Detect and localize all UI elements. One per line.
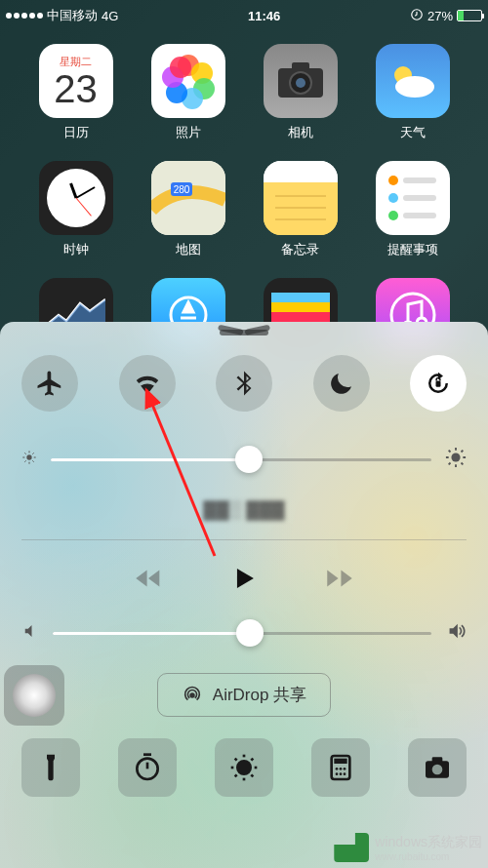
- timer-icon: [132, 752, 163, 783]
- svg-rect-4: [292, 62, 309, 70]
- control-center[interactable]: ▓▓░ ▓▓▓ AirDrop 共享: [0, 322, 488, 868]
- svg-line-34: [24, 453, 25, 454]
- flashlight-button[interactable]: [21, 738, 80, 797]
- night-shift-button[interactable]: [215, 738, 273, 797]
- weather-icon: [376, 44, 450, 118]
- next-track-button[interactable]: [323, 562, 356, 599]
- home-screen-apps: 星期二 23 日历 照片 相机 天气: [0, 44, 488, 352]
- orientation-lock-toggle[interactable]: [410, 355, 467, 412]
- watermark-logo-icon: [334, 833, 369, 862]
- svg-point-6: [395, 76, 434, 98]
- orientation-lock-icon: [424, 369, 453, 398]
- camera-icon: [422, 752, 453, 783]
- orientation-lock-status-icon: [410, 8, 424, 24]
- svg-line-59: [251, 759, 253, 761]
- svg-point-19: [388, 211, 398, 220]
- calculator-icon: [325, 752, 356, 783]
- app-notes[interactable]: 备忘录: [244, 161, 356, 258]
- grabber-handle[interactable]: [220, 330, 268, 335]
- airdrop-label: AirDrop 共享: [213, 684, 306, 706]
- svg-point-63: [340, 768, 343, 770]
- volume-low-icon: [21, 622, 39, 644]
- app-label: 地图: [176, 241, 201, 258]
- svg-line-36: [24, 460, 25, 461]
- svg-line-45: [449, 463, 451, 465]
- app-calendar[interactable]: 星期二 23 日历: [20, 44, 132, 141]
- svg-line-43: [449, 451, 451, 453]
- app-maps[interactable]: 280 地图: [132, 161, 244, 258]
- status-bar: 中国移动 4G 11:46 27%: [0, 0, 488, 31]
- svg-text:280: 280: [173, 184, 189, 195]
- svg-rect-22: [271, 293, 330, 302]
- app-label: 提醒事项: [387, 241, 438, 258]
- calendar-icon: 星期二 23: [39, 44, 113, 118]
- clock-label: 11:46: [248, 9, 280, 23]
- battery-icon: [457, 10, 482, 21]
- airplane-icon: [35, 369, 64, 398]
- svg-point-17: [388, 193, 398, 203]
- slider-thumb[interactable]: [235, 446, 263, 473]
- airplane-mode-toggle[interactable]: [21, 355, 78, 412]
- carrier-label: 中国移动: [47, 7, 98, 24]
- svg-rect-11: [264, 182, 338, 235]
- calculator-button[interactable]: [311, 738, 370, 797]
- svg-point-15: [388, 176, 398, 185]
- calendar-day: 23: [54, 69, 98, 108]
- app-reminders[interactable]: 提醒事项: [356, 161, 468, 258]
- brightness-high-icon: [445, 447, 467, 472]
- watermark-url: www.rubaitu.com: [375, 851, 482, 862]
- svg-point-66: [340, 772, 343, 775]
- signal-dots-icon: [6, 13, 43, 19]
- app-label: 备忘录: [281, 241, 319, 258]
- do-not-disturb-toggle[interactable]: [313, 355, 370, 412]
- app-clock[interactable]: 时钟: [20, 161, 132, 258]
- wifi-toggle[interactable]: [119, 355, 176, 412]
- svg-point-67: [344, 772, 346, 775]
- svg-point-38: [451, 453, 460, 461]
- brightness-low-icon: [21, 450, 37, 469]
- svg-rect-16: [403, 178, 436, 183]
- svg-rect-28: [436, 381, 441, 387]
- volume-track[interactable]: [53, 632, 431, 635]
- airdrop-button[interactable]: AirDrop 共享: [157, 673, 331, 717]
- brightness-track[interactable]: [51, 458, 431, 461]
- svg-point-62: [336, 768, 339, 770]
- svg-rect-20: [403, 213, 436, 218]
- app-weather[interactable]: 天气: [356, 44, 468, 141]
- assistive-touch-icon: [13, 674, 56, 717]
- svg-rect-24: [271, 312, 330, 322]
- volume-slider[interactable]: [21, 620, 467, 646]
- svg-point-51: [236, 760, 252, 775]
- slider-thumb[interactable]: [236, 619, 264, 647]
- quick-actions-row: [21, 738, 467, 797]
- app-camera[interactable]: 相机: [244, 44, 356, 141]
- app-label: 时钟: [63, 241, 89, 258]
- moon-icon: [327, 369, 356, 398]
- previous-track-button[interactable]: [132, 562, 165, 599]
- svg-line-58: [235, 774, 237, 776]
- app-photos[interactable]: 照片: [132, 44, 244, 141]
- camera-icon: [264, 44, 338, 118]
- svg-point-64: [344, 768, 346, 770]
- camera-button[interactable]: [408, 738, 467, 797]
- divider: [21, 539, 467, 540]
- forward-icon: [323, 562, 356, 595]
- svg-line-46: [462, 451, 464, 453]
- bluetooth-toggle[interactable]: [216, 355, 272, 412]
- app-label: 日历: [63, 124, 89, 141]
- svg-point-3: [296, 78, 305, 88]
- brightness-slider[interactable]: [21, 447, 467, 472]
- svg-line-37: [32, 453, 33, 454]
- night-shift-icon: [228, 752, 260, 783]
- reminders-icon: [376, 161, 450, 235]
- assistive-touch-button[interactable]: [4, 665, 64, 726]
- app-label: 相机: [288, 124, 313, 141]
- flashlight-icon: [35, 752, 66, 783]
- svg-rect-10: [264, 161, 338, 182]
- timer-button[interactable]: [118, 738, 177, 797]
- rewind-icon: [132, 562, 165, 595]
- watermark-text: windows系统家园: [375, 834, 482, 851]
- play-button[interactable]: [227, 562, 261, 599]
- svg-line-35: [32, 460, 33, 461]
- media-controls: [21, 562, 467, 599]
